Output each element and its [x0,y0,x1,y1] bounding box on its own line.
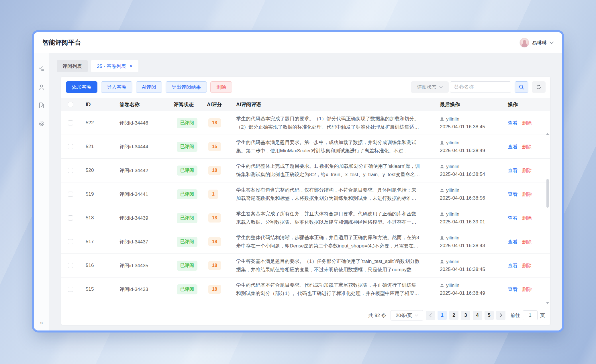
table-row: 516 评阅id-34435 已评阅 18 学生答案基本满足题目的要求。（1）任… [61,254,550,278]
review-status-select[interactable]: 评阅状态 [411,81,449,93]
table-header: ID 答卷名称 评阅状态 AI评分 AI评阅评语 最后操作 操作 [61,98,550,111]
row-id: 519 [80,191,119,197]
row-checkbox[interactable] [68,215,73,221]
page-button-1[interactable]: 1 [438,311,447,320]
scroll-up-icon[interactable] [546,133,549,135]
search-button[interactable] [515,81,528,93]
table-row: 522 评阅id-34446 已评阅 18 学生的代码基本完成了题目的要求。（1… [61,111,550,135]
row-checkbox[interactable] [68,263,73,268]
ai-comment: 学生的整体代码结构清晰，步骤基本正确，并且适用了正确的库和方法。然而，在第3步中… [236,233,440,250]
delete-link[interactable]: 删除 [522,215,532,221]
view-link[interactable]: 查看 [508,143,517,150]
status-badge: 已评阅 [177,118,197,128]
delete-link[interactable]: 删除 [522,191,532,198]
ai-comment: 学生的代码基本满足题目要求。第一步中，成功加载了数据，并划分成训练集和测试集。第… [236,138,440,155]
view-link[interactable]: 查看 [508,191,517,198]
avatar[interactable] [519,38,529,48]
row-checkbox[interactable] [68,168,73,173]
status-badge: 已评阅 [177,213,197,223]
delete-link[interactable]: 删除 [522,286,532,293]
delete-link[interactable]: 删除 [522,143,532,150]
chevron-right-icon [500,313,502,317]
scrollbar-thumb[interactable] [546,179,549,208]
status-badge: 已评阅 [177,142,197,152]
page-size-select[interactable]: 20条/页 [391,310,423,320]
prev-page-button[interactable] [426,311,435,320]
goto-page-input[interactable] [523,310,538,320]
import-answer-button[interactable]: 导入答卷 [101,81,132,93]
score-badge: 18 [208,166,221,175]
delete-link[interactable]: 删除 [522,262,532,269]
row-checkbox[interactable] [68,120,73,125]
page-button-4[interactable]: 4 [473,311,482,320]
operation-time: 2025-04-01 16:38:43 [440,242,508,249]
chevron-down-icon [439,86,443,88]
view-link[interactable]: 查看 [508,239,517,245]
row-answer-name: 评阅id-34442 [119,167,174,174]
row-id: 520 [80,168,119,173]
operation-time: 2025-04-01 16:38:45 [440,265,508,273]
delete-link[interactable]: 删除 [522,239,532,245]
tab-answer-list[interactable]: 25 - 答卷列表 × [91,60,138,72]
view-link[interactable]: 查看 [508,286,517,293]
view-link[interactable]: 查看 [508,167,517,174]
row-id: 518 [80,215,119,221]
row-answer-name: 评阅id-34437 [119,239,174,245]
select-all-checkbox[interactable] [68,102,73,107]
row-checkbox[interactable] [68,287,73,292]
row-answer-name: 评阅id-34435 [119,262,174,269]
user-icon [440,212,444,216]
operator-name: yilinlin [446,282,459,289]
next-page-button[interactable] [496,311,505,320]
score-badge: 18 [208,237,221,246]
sidebar-collapse-icon[interactable]: » [40,319,43,326]
operation-time: 2025-04-01 16:38:45 [440,123,508,131]
add-answer-button[interactable]: 添加答卷 [66,81,97,93]
refresh-button[interactable] [532,81,546,93]
close-icon[interactable]: × [130,64,133,69]
delete-link[interactable]: 删除 [522,120,532,126]
user-icon[interactable] [38,84,45,90]
page-button-3[interactable]: 3 [461,311,470,320]
operator-name: yilinlin [446,115,459,123]
col-header-id: ID [80,102,119,108]
row-checkbox[interactable] [68,239,73,244]
view-link[interactable]: 查看 [508,262,517,269]
ai-comment: 学生的代码整体上完成了题目要求。1. 数据集的加载和划分正确使用了'sklear… [236,162,440,179]
app-window: 智能评阅平台 易琳琳 » [34,32,562,330]
export-results-button[interactable]: 导出评阅结果 [166,81,207,93]
view-link[interactable]: 查看 [508,215,517,221]
operator-name: yilinlin [446,163,459,170]
status-badge: 已评阅 [177,261,197,271]
page-button-5[interactable]: 5 [485,311,494,320]
row-answer-name: 评阅id-34446 [119,120,174,126]
operator-name: yilinlin [446,186,459,194]
row-answer-name: 评阅id-34439 [119,215,174,221]
tab-review-list[interactable]: 评阅列表 [57,60,88,72]
row-checkbox[interactable] [68,144,73,149]
delete-link[interactable]: 删除 [522,167,532,174]
ai-comment: 学生答案没有包含完整的代码，仅有部分结构，不符合题目要求。具体问题包括：未加载鸢… [236,186,440,202]
checklist-icon[interactable] [38,65,45,72]
status-badge: 已评阅 [177,284,197,294]
row-id: 517 [80,239,119,245]
scroll-down-icon[interactable] [546,302,549,304]
col-header-status: 评阅状态 [174,101,207,108]
answer-name-input[interactable] [450,81,511,93]
operator-name: yilinlin [446,234,459,242]
col-header-lastop: 最后操作 [440,101,508,108]
score-badge: 18 [208,285,221,294]
page-button-2[interactable]: 2 [449,311,458,320]
ai-review-button[interactable]: AI评阅 [136,81,162,93]
table-scrollbar[interactable] [546,133,549,304]
user-icon [440,141,444,145]
content-card: 添加答卷 导入答卷 AI评阅 导出评阅结果 删除 评阅状态 [61,77,550,325]
delete-button[interactable]: 删除 [210,81,232,93]
row-checkbox[interactable] [68,192,73,197]
user-menu[interactable]: 易琳琳 [519,38,554,48]
document-check-icon[interactable] [38,102,45,109]
operator-name: yilinlin [446,258,459,265]
settings-icon[interactable] [38,120,45,127]
view-link[interactable]: 查看 [508,120,517,126]
row-answer-name: 评阅id-34441 [119,191,174,198]
